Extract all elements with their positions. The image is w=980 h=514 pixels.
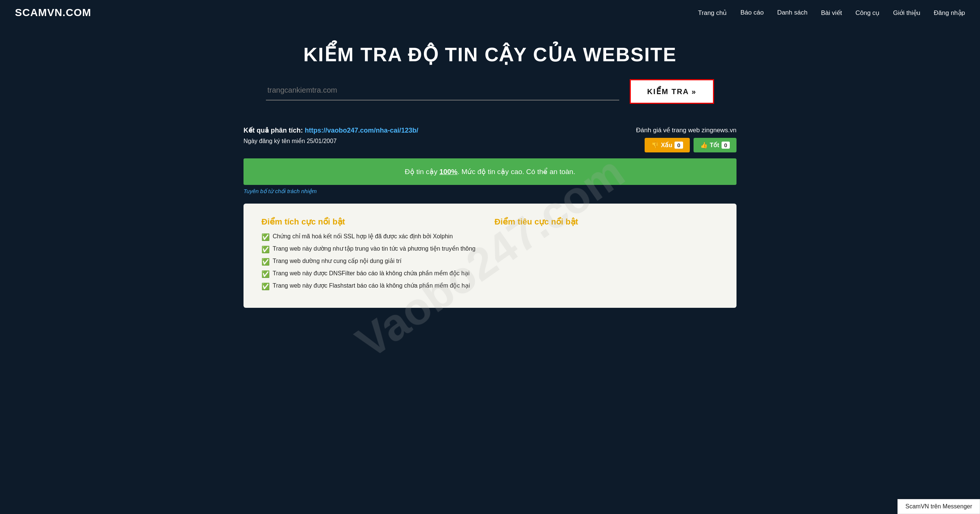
- xau-label: Xấu: [661, 142, 672, 149]
- nav-trangchu[interactable]: Trang chủ: [698, 9, 727, 17]
- thumbup-icon: 👍: [700, 142, 708, 149]
- positive-item-1: Chứng chỉ mã hoá kết nối SSL hợp lệ đã đ…: [273, 233, 453, 240]
- analysis-grid: Điểm tích cực nổi bật ✅ Chứng chỉ mã hoá…: [261, 217, 719, 294]
- search-bar: KIỂM TRA »: [266, 79, 714, 104]
- main-nav: Trang chủ Báo cáo Danh sách Bài viết Côn…: [698, 9, 965, 17]
- positive-list: ✅ Chứng chỉ mã hoá kết nối SSL hợp lệ đã…: [261, 233, 485, 291]
- nav-baocao[interactable]: Báo cáo: [741, 9, 764, 16]
- result-label: Kết quả phân tích: https://vaobo247.com/…: [243, 126, 624, 134]
- list-item: ✅ Trang web này được DNSFilter báo cáo l…: [261, 270, 485, 278]
- header: SCAMVN.COM Trang chủ Báo cáo Danh sách B…: [0, 0, 980, 25]
- positive-item-5: Trang web này được Flashstart báo cáo là…: [273, 282, 470, 289]
- site-logo: SCAMVN.COM: [15, 7, 91, 19]
- xau-count: 0: [675, 142, 683, 149]
- kiemtra-button[interactable]: KIỂM TRA »: [630, 79, 714, 104]
- tot-label: Tốt: [710, 142, 719, 149]
- trust-bar: Độ tin cậy 100%. Mức độ tin cậy cao. Có …: [243, 158, 737, 185]
- analysis-negative: Điểm tiêu cực nổi bật: [495, 217, 719, 294]
- positive-item-3: Trang web dường như cung cấp nội dung gi…: [273, 257, 401, 264]
- nav-gioithieu[interactable]: Giới thiệu: [893, 9, 920, 17]
- trust-text: Độ tin cậy: [405, 168, 439, 175]
- check-icon-1: ✅: [261, 233, 270, 241]
- search-input[interactable]: [266, 83, 619, 97]
- positive-item-2: Trang web này dường như tập trung vào ti…: [273, 245, 476, 252]
- positive-item-4: Trang web này được DNSFilter báo cáo là …: [273, 270, 469, 277]
- analysis-positive: Điểm tích cực nổi bật ✅ Chứng chỉ mã hoá…: [261, 217, 485, 294]
- check-icon-2: ✅: [261, 245, 270, 254]
- nav-baiviet[interactable]: Bài viết: [821, 9, 842, 17]
- rating-label: Đánh giá về trang web zingnews.vn: [624, 126, 737, 134]
- btn-tot[interactable]: 👍 Tốt 0: [694, 138, 737, 153]
- tot-count: 0: [722, 142, 730, 149]
- thumbdown-icon: 👎: [651, 142, 659, 149]
- list-item: ✅ Trang web này được Flashstart báo cáo …: [261, 282, 485, 291]
- result-right: Đánh giá về trang web zingnews.vn 👎 Xấu …: [624, 126, 737, 153]
- trust-percent: 100%: [439, 168, 458, 175]
- nav-danhsach[interactable]: Danh sách: [777, 9, 807, 16]
- search-input-wrap: [266, 83, 619, 100]
- check-icon-4: ✅: [261, 270, 270, 278]
- positive-title: Điểm tích cực nổi bật: [261, 217, 485, 227]
- nav-congcu[interactable]: Công cụ: [855, 9, 880, 17]
- nav-dangnhap[interactable]: Đăng nhập: [934, 9, 965, 17]
- result-left: Kết quả phân tích: https://vaobo247.com/…: [243, 126, 624, 145]
- list-item: ✅ Trang web dường như cung cấp nội dung …: [261, 257, 485, 266]
- check-icon-3: ✅: [261, 258, 270, 266]
- analysis-card: Điểm tích cực nổi bật ✅ Chứng chỉ mã hoá…: [243, 204, 737, 308]
- check-icon-5: ✅: [261, 282, 270, 291]
- btn-xau[interactable]: 👎 Xấu 0: [644, 138, 690, 153]
- result-link[interactable]: https://vaobo247.com/nha-cai/123b/: [305, 127, 418, 134]
- trust-suffix: . Mức độ tin cậy cao. Có thể an toàn.: [458, 168, 575, 175]
- hero-section: KIỂM TRA ĐỘ TIN CẬY CỦA WEBSITE KIỂM TRA…: [0, 25, 980, 115]
- rating-btns: 👎 Xấu 0 👍 Tốt 0: [624, 138, 737, 153]
- negative-title: Điểm tiêu cực nổi bật: [495, 217, 719, 227]
- page-title: KIỂM TRA ĐỘ TIN CẬY CỦA WEBSITE: [8, 43, 972, 66]
- results-top: Kết quả phân tích: https://vaobo247.com/…: [243, 126, 737, 153]
- list-item: ✅ Trang web này dường như tập trung vào …: [261, 245, 485, 254]
- disclaimer[interactable]: Tuyên bố từ chối trách nhiệm: [243, 188, 737, 195]
- list-item: ✅ Chứng chỉ mã hoá kết nối SSL hợp lệ đã…: [261, 233, 485, 241]
- result-date: Ngày đăng ký tên miền 25/01/2007: [243, 137, 624, 145]
- results-section: Kết quả phân tích: https://vaobo247.com/…: [229, 126, 751, 308]
- messenger-button[interactable]: ScamVN trên Messenger: [897, 499, 980, 514]
